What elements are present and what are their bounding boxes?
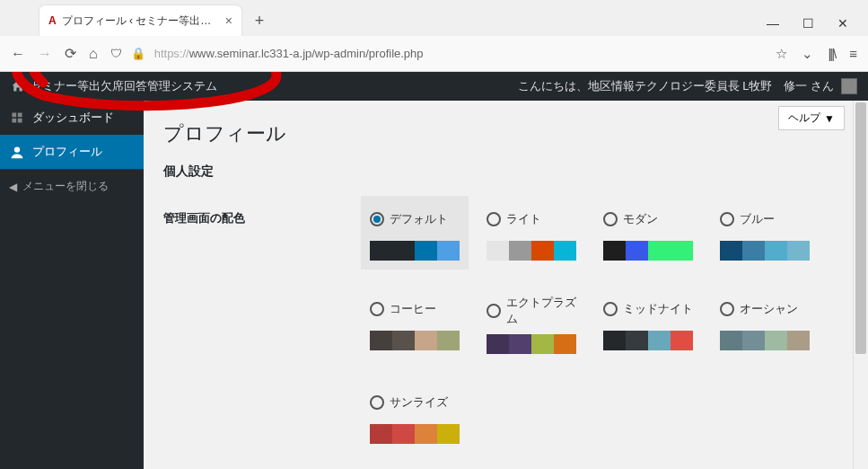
swatches <box>370 241 460 261</box>
home-site-icon[interactable] <box>11 79 25 93</box>
section-heading-personal: 個人設定 <box>144 156 868 189</box>
scheme-label: ミッドナイト <box>623 301 693 317</box>
row-color-scheme: 管理画面の配色 デフォルトライトモダンブルーコーヒーエクトプラズムミッドナイトオ… <box>144 189 868 456</box>
chevron-down-icon: ▼ <box>824 112 835 125</box>
greeting-text[interactable]: こんにちは、地区情報テクノロジー委員長 L牧野 修一 さん <box>518 78 834 94</box>
color-scheme-blue[interactable]: ブルー <box>711 196 819 270</box>
color-scheme-sunrise[interactable]: サンライズ <box>361 379 469 453</box>
pocket-icon[interactable]: ⌄ <box>802 46 813 62</box>
color-schemes-list: デフォルトライトモダンブルーコーヒーエクトプラズムミッドナイトオーシャンサンライ… <box>361 192 848 453</box>
favicon: A <box>48 14 57 27</box>
home-icon[interactable]: ⌂ <box>89 46 98 62</box>
shield-icon[interactable]: 🛡 <box>110 47 122 60</box>
browser-titlebar: A プロフィール ‹ セミナー等出欠席回答 × + — ☐ ✕ <box>0 0 868 36</box>
label-color-scheme: 管理画面の配色 <box>163 192 361 453</box>
swatches <box>720 331 810 350</box>
swatches <box>370 424 460 444</box>
swatches <box>487 241 576 261</box>
tab-title: プロフィール ‹ セミナー等出欠席回答 <box>62 13 220 29</box>
close-window-icon[interactable]: ✕ <box>837 16 848 31</box>
tab-close-icon[interactable]: × <box>225 13 232 28</box>
radio-icon[interactable] <box>603 302 618 316</box>
color-scheme-midnight[interactable]: ミッドナイト <box>594 286 702 363</box>
maximize-icon[interactable]: ☐ <box>802 16 814 31</box>
swatches <box>603 331 693 350</box>
scheme-label: ライト <box>506 211 541 227</box>
collapse-icon: ◀ <box>9 181 17 193</box>
library-icon[interactable]: |||\ <box>828 46 835 61</box>
radio-icon[interactable] <box>370 302 384 316</box>
page-title: プロフィール <box>144 101 868 156</box>
profile-icon <box>9 145 25 159</box>
radio-icon[interactable] <box>370 395 384 410</box>
vertical-scrollbar[interactable] <box>853 101 868 469</box>
radio-icon[interactable] <box>487 304 501 318</box>
color-scheme-default[interactable]: デフォルト <box>361 196 469 270</box>
star-icon[interactable]: ☆ <box>776 46 787 62</box>
radio-icon[interactable] <box>720 302 734 316</box>
avatar[interactable] <box>841 78 857 94</box>
back-icon[interactable]: ← <box>11 46 25 62</box>
color-scheme-coffee[interactable]: コーヒー <box>361 286 469 363</box>
radio-icon[interactable] <box>603 212 618 226</box>
window-controls: — ☐ ✕ <box>767 16 868 31</box>
color-scheme-ectoplasm[interactable]: エクトプラズム <box>478 286 585 363</box>
scheme-label: オーシャン <box>740 301 798 317</box>
scheme-label: モダン <box>623 211 658 227</box>
browser-toolbar: ← → ⟳ ⌂ 🛡 🔒 https://www.seminar.lc331-a.… <box>0 36 868 72</box>
scheme-label: デフォルト <box>390 211 448 227</box>
content-area: ヘルプ ▼ プロフィール 個人設定 管理画面の配色 デフォルトライトモダンブルー… <box>144 101 868 469</box>
address-bar[interactable]: 🛡 🔒 https://www.seminar.lc331-a.jp/wp-ad… <box>110 47 764 60</box>
color-scheme-ocean[interactable]: オーシャン <box>711 286 819 363</box>
admin-sidebar: ダッシュボード プロフィール ◀ メニューを閉じる <box>0 101 144 469</box>
minimize-icon[interactable]: — <box>767 16 779 31</box>
scheme-label: サンライズ <box>390 394 448 411</box>
lock-icon[interactable]: 🔒 <box>131 47 145 60</box>
swatches <box>603 241 693 261</box>
wp-admin-bar: セミナー等出欠席回答管理システム こんにちは、地区情報テクノロジー委員長 L牧野… <box>0 72 868 101</box>
scheme-label: コーヒー <box>390 301 436 317</box>
sidebar-item-dashboard[interactable]: ダッシュボード <box>0 101 144 135</box>
dashboard-icon <box>9 111 25 125</box>
menu-icon[interactable]: ≡ <box>849 46 857 61</box>
help-button[interactable]: ヘルプ ▼ <box>778 106 845 130</box>
scheme-label: エクトプラズム <box>506 295 576 327</box>
svg-point-0 <box>14 146 20 152</box>
scrollbar-thumb[interactable] <box>855 102 866 354</box>
sidebar-collapse[interactable]: ◀ メニューを閉じる <box>0 169 144 203</box>
radio-icon[interactable] <box>720 212 734 226</box>
reload-icon[interactable]: ⟳ <box>65 45 76 62</box>
radio-icon[interactable] <box>370 212 384 226</box>
swatches <box>720 241 810 261</box>
radio-icon[interactable] <box>487 212 501 226</box>
scheme-label: ブルー <box>740 211 775 227</box>
swatches <box>487 334 576 354</box>
browser-tab[interactable]: A プロフィール ‹ セミナー等出欠席回答 × <box>39 5 241 36</box>
color-scheme-light[interactable]: ライト <box>478 196 585 270</box>
sidebar-item-profile[interactable]: プロフィール <box>0 135 144 169</box>
site-name-link[interactable]: セミナー等出欠席回答管理システム <box>31 78 217 94</box>
forward-icon[interactable]: → <box>38 46 52 62</box>
color-scheme-modern[interactable]: モダン <box>594 196 702 270</box>
new-tab-button[interactable]: + <box>247 8 272 33</box>
swatches <box>370 331 460 350</box>
